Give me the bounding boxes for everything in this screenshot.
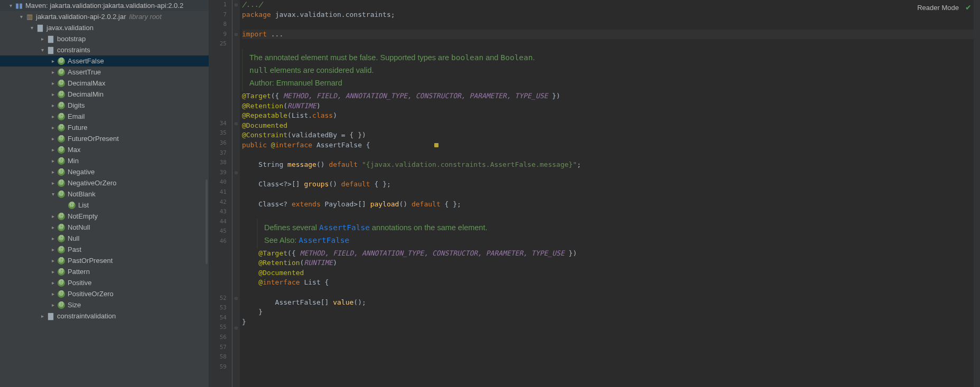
- tree-item-futureorpresent[interactable]: ▸FutureOrPresent: [0, 133, 209, 144]
- chevron-right-icon: ▸: [49, 158, 57, 164]
- tree-item-min[interactable]: ▸Min: [0, 155, 209, 166]
- chevron-right-icon: ▸: [49, 291, 57, 297]
- maven-icon: ▮▮: [15, 2, 23, 10]
- tree-label: DecimalMin: [68, 90, 104, 98]
- annotation-icon: [57, 279, 66, 287]
- chevron-right-icon: ▸: [38, 313, 46, 319]
- tree-item-negativeorzero[interactable]: ▸NegativeOrZero: [0, 177, 209, 188]
- chevron-down-icon: ▾: [49, 191, 57, 197]
- tree-item-null[interactable]: ▸Null: [0, 233, 209, 244]
- chevron-right-icon: ▸: [49, 80, 57, 86]
- annotation-icon: [57, 223, 66, 232]
- chevron-right-icon: ▸: [49, 69, 57, 75]
- tree-label: Null: [68, 234, 79, 242]
- tree-item-digits[interactable]: ▸Digits: [0, 100, 209, 111]
- annotation-icon: [57, 290, 66, 298]
- tree-label: NotEmpty: [68, 212, 98, 220]
- tree-item-asserttrue[interactable]: ▸AssertTrue: [0, 67, 209, 78]
- tree-item-notempty[interactable]: ▸NotEmpty: [0, 211, 209, 222]
- folder-icon: ▇: [46, 312, 55, 320]
- tree-label: DecimalMax: [68, 79, 106, 87]
- tree-label: constraintvalidation: [57, 312, 116, 320]
- project-tree[interactable]: ▾ ▮▮ Maven: jakarta.validation:jakarta.v…: [0, 0, 209, 387]
- annotation-icon: [57, 112, 66, 121]
- tree-label: jakarta.validation-api-2.0.2.jar: [36, 13, 126, 21]
- annotation-icon: [57, 179, 66, 187]
- tree-item-email[interactable]: ▸Email: [0, 111, 209, 122]
- tree-folder-bootstrap[interactable]: ▸ ▇ bootstrap: [0, 33, 209, 44]
- chevron-down-icon: ▾: [27, 25, 36, 31]
- tree-folder-constraintvalidation[interactable]: ▸ ▇ constraintvalidation: [0, 310, 209, 322]
- line-gutter: 1789253435363738394041424344454652535455…: [209, 0, 232, 387]
- tree-item-max[interactable]: ▸Max: [0, 144, 209, 155]
- tree-item-pastorpresent[interactable]: ▸PastOrPresent: [0, 255, 209, 266]
- annotation-icon: [57, 234, 66, 243]
- tree-label: bootstrap: [57, 35, 86, 43]
- chevron-down-icon: ▾: [17, 14, 25, 20]
- tree-label: Future: [68, 124, 88, 131]
- annotation-icon: [57, 257, 66, 265]
- tree-label: javax.validation: [46, 24, 94, 32]
- tree-label: PastOrPresent: [68, 257, 113, 265]
- tree-suffix: library root: [129, 13, 162, 21]
- chevron-right-icon: ▸: [49, 180, 57, 186]
- tree-item-notblank[interactable]: ▾NotBlank: [0, 188, 209, 200]
- tree-label: Maven: jakarta.validation:jakarta.valida…: [25, 2, 183, 10]
- annotation-icon: [57, 90, 66, 99]
- annotation-icon: [57, 301, 66, 309]
- tree-label: Email: [68, 112, 85, 120]
- annotation-icon: [57, 190, 66, 199]
- tree-item-decimalmax[interactable]: ▸DecimalMax: [0, 78, 209, 89]
- chevron-right-icon: ▸: [49, 235, 57, 241]
- tree-item-list[interactable]: List: [0, 200, 209, 211]
- tree-label: Past: [68, 246, 81, 253]
- tree-label: Size: [68, 301, 81, 309]
- chevron-right-icon: ▸: [49, 147, 57, 153]
- chevron-right-icon: ▸: [49, 258, 57, 263]
- tree-label: Negative: [68, 168, 95, 176]
- fold-column[interactable]: ⊟⊟⊟⊟⊟⊟: [232, 0, 240, 387]
- tree-folder-constraints[interactable]: ▾ ▇ constraints: [0, 44, 209, 55]
- chevron-right-icon: ▸: [49, 247, 57, 252]
- marker-stripe[interactable]: [974, 0, 980, 387]
- tree-item-past[interactable]: ▸Past: [0, 244, 209, 255]
- chevron-right-icon: ▸: [49, 91, 57, 97]
- tree-label: NotNull: [68, 223, 90, 231]
- tree-label: NotBlank: [68, 190, 96, 198]
- tree-item-size[interactable]: ▸Size: [0, 299, 209, 310]
- tree-jar[interactable]: ▾ ▥ jakarta.validation-api-2.0.2.jar lib…: [0, 11, 209, 22]
- code-editor[interactable]: 1789253435363738394041424344454652535455…: [209, 0, 980, 387]
- chevron-right-icon: ▸: [49, 269, 57, 275]
- tree-item-assertfalse[interactable]: ▸AssertFalse: [0, 55, 209, 67]
- tree-item-positiveorzero[interactable]: ▸PositiveOrZero: [0, 288, 209, 299]
- tree-package[interactable]: ▾ ▇ javax.validation: [0, 22, 209, 33]
- chevron-right-icon: ▸: [49, 302, 57, 308]
- code-area[interactable]: /.../ package javax.validation.constrain…: [240, 0, 980, 387]
- chevron-right-icon: ▸: [49, 114, 57, 119]
- tree-label: FutureOrPresent: [68, 135, 119, 143]
- annotation-icon: [57, 124, 66, 132]
- tree-item-notnull[interactable]: ▸NotNull: [0, 222, 209, 233]
- scrollbar-thumb[interactable]: [206, 180, 208, 264]
- chevron-right-icon: ▸: [49, 125, 57, 130]
- tree-label: constraints: [57, 46, 90, 54]
- chevron-right-icon: ▸: [49, 102, 57, 108]
- tree-label: Pattern: [68, 268, 90, 276]
- tree-item-future[interactable]: ▸Future: [0, 122, 209, 133]
- chevron-right-icon: ▸: [49, 280, 57, 286]
- reader-mode-label[interactable]: Reader Mode: [917, 4, 959, 12]
- tree-label: AssertTrue: [68, 68, 101, 76]
- tree-label: Positive: [68, 279, 92, 287]
- tree-item-decimalmin[interactable]: ▸DecimalMin: [0, 89, 209, 100]
- reader-mode-toggle[interactable]: Reader Mode ✔: [917, 3, 972, 12]
- annotation-icon: [57, 168, 66, 176]
- tree-item-pattern[interactable]: ▸Pattern: [0, 266, 209, 277]
- checkmark-icon: ✔: [965, 3, 972, 12]
- annotation-icon: [57, 268, 66, 276]
- javadoc-block: The annotated element must be false. Sup…: [242, 49, 980, 91]
- folder-icon: ▇: [46, 35, 55, 43]
- tree-item-positive[interactable]: ▸Positive: [0, 277, 209, 288]
- tree-root-maven[interactable]: ▾ ▮▮ Maven: jakarta.validation:jakarta.v…: [0, 0, 209, 11]
- warning-gutter-icon[interactable]: [434, 143, 438, 147]
- tree-item-negative[interactable]: ▸Negative: [0, 166, 209, 177]
